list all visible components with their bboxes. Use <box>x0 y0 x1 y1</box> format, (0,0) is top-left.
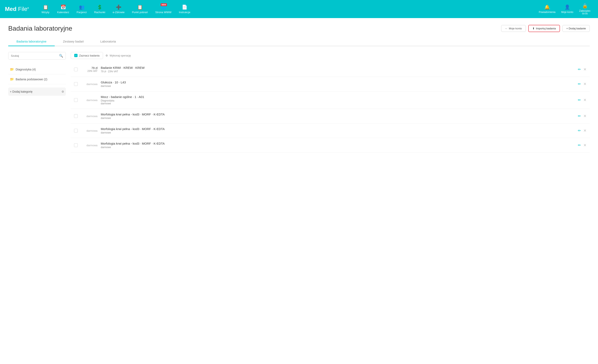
nav-ezdrowie[interactable]: ➕ e-Zdrowie <box>110 3 127 16</box>
nav-items: 📋 Wizyty 📅 Kalendarz 👥 Pacjenci 💲 Rachun… <box>38 3 536 16</box>
nav-rachunki-label: Rachunki <box>94 11 105 14</box>
zaznacz-label: Zaznacz badania <box>79 54 100 57</box>
item-price-6: darmowa <box>81 144 98 147</box>
nav-rachunki[interactable]: 💲 Rachunki <box>91 3 108 16</box>
price-main-1: 79 zł <box>81 66 98 70</box>
tabs: Badania laboratoryjne Zestawy badań Labo… <box>8 37 590 46</box>
item-checkbox-3[interactable] <box>74 98 78 102</box>
item-details-2: Glukoza · 10 · L43 darmowe <box>101 81 574 88</box>
page-title: Badania laboratoryjne <box>8 25 72 32</box>
item-sub-2: darmowe <box>101 85 574 88</box>
item-name-5: Morfologia krwi pełna - kod3 · MORF · K-… <box>101 127 574 131</box>
list-toolbar: ✓ Zaznacz badania ⚙ Wykonaj operację <box>71 52 590 59</box>
edit-icon-2[interactable]: ✏ <box>578 82 581 86</box>
powiadomienia-icon: 🔔 <box>544 5 550 10</box>
price-free-2: darmowa <box>81 83 98 86</box>
item-checkbox-6[interactable] <box>74 143 78 147</box>
item-price-5: darmowa <box>81 129 98 132</box>
edit-icon-3[interactable]: ✏ <box>578 98 581 102</box>
nav-kalendarz[interactable]: 📅 Kalendarz <box>54 3 72 16</box>
dodaj-badanie-button[interactable]: + Dodaj badanie <box>562 25 590 32</box>
delete-icon-5[interactable]: ✕ <box>583 128 587 133</box>
header-buttons: ← Moje konto ⬆ Importuj badania + Dodaj … <box>501 25 590 32</box>
category-podstawowe-label: Badania podstawowe (2) <box>16 78 47 81</box>
wykonaj-label: Wykonaj operację <box>110 54 131 57</box>
search-icon: 🔍 <box>59 54 63 58</box>
item-name-6: Morfologia krwi pełna - kod3 · MORF · K-… <box>101 142 574 145</box>
moje-konto-button[interactable]: ← Moje konto <box>501 25 526 32</box>
nav-zabezpiec[interactable]: 🔒 Zabezpiec 59:56 <box>577 2 593 16</box>
tab-laboratoria[interactable]: Laboratoria <box>92 37 124 46</box>
category-diagnostyka[interactable]: 📁 Diagnostyka (4) <box>8 65 66 74</box>
nav-right: 🔔 Powiadomienia 👤 Moje konto 🔒 Zabezpiec… <box>536 2 593 16</box>
item-actions-6: ✏ ✕ <box>578 143 587 147</box>
list-item: 79 zł 23% VAT Badanie KRWI · KREW · KREW… <box>71 62 590 77</box>
item-sub-5: darmowe <box>101 131 574 134</box>
edit-icon-4[interactable]: ✏ <box>578 114 581 118</box>
item-details-1: Badanie KRWI · KREW · KREW 79 zł · 23% V… <box>101 66 574 73</box>
category-diagnostyka-label: Diagnostyka (4) <box>16 68 36 71</box>
moje-konto-button-label: Moje konto <box>509 27 522 30</box>
zabezpiec-icon: 🔒 <box>582 3 588 9</box>
new-badge: NEW <box>161 3 167 6</box>
item-checkbox-1[interactable] <box>74 68 78 71</box>
wizyty-icon: 📋 <box>43 5 48 10</box>
item-sub-1: 79 zł · 23% VAT <box>101 70 574 73</box>
delete-icon-2[interactable]: ✕ <box>583 82 587 86</box>
tab-badania[interactable]: Badania laboratoryjne <box>8 37 55 46</box>
importuj-button-label: Importuj badania <box>536 27 556 30</box>
item-actions-4: ✏ ✕ <box>578 114 587 118</box>
pacjenci-icon: 👥 <box>79 5 84 10</box>
logo[interactable]: Med File® <box>5 6 32 12</box>
item-price-4: darmowa <box>81 115 98 118</box>
delete-icon-1[interactable]: ✕ <box>583 67 587 72</box>
nav-wizyty[interactable]: 📋 Wizyty <box>38 3 53 16</box>
add-category-button[interactable]: + Dodaj kategorię ⚙ <box>8 88 66 96</box>
category-podstawowe[interactable]: 📁 Badania podstawowe (2) <box>8 74 66 84</box>
nav-pacjenci[interactable]: 👥 Pacjenci <box>74 3 90 16</box>
edit-icon-1[interactable]: ✏ <box>578 67 581 72</box>
item-actions-3: ✏ ✕ <box>578 98 587 102</box>
importuj-badania-button[interactable]: ⬆ Importuj badania <box>528 25 560 32</box>
nav-zabezpiec-label: Zabezpiec <box>579 9 590 12</box>
item-checkbox-2[interactable] <box>74 82 78 86</box>
item-actions-5: ✏ ✕ <box>578 128 587 133</box>
item-actions-1: ✏ ✕ <box>578 67 587 72</box>
delete-icon-3[interactable]: ✕ <box>583 98 587 102</box>
item-name-4: Morfologia krwi pełna - kod3 · MORF · K-… <box>101 113 574 116</box>
wykonaj-operacje-button[interactable]: ⚙ Wykonaj operację <box>106 54 131 57</box>
body-layout: 🔍 📁 Diagnostyka (4) 📁 Badania podstawowe… <box>8 52 590 153</box>
search-box[interactable]: 🔍 <box>8 52 66 60</box>
main-content: Badania laboratoryjne ← Moje konto ⬆ Imp… <box>0 18 598 364</box>
delete-icon-6[interactable]: ✕ <box>583 143 587 147</box>
search-input[interactable] <box>11 54 59 57</box>
item-name-2: Glukoza · 10 · L43 <box>101 81 574 84</box>
zaznacz-badania-button[interactable]: ✓ Zaznacz badania <box>71 52 103 59</box>
nav-pacjenci-label: Pacjenci <box>77 11 87 14</box>
nav-moje-konto[interactable]: 👤 Moje konto <box>559 3 576 15</box>
nav-punkt-pobran[interactable]: 📋 Punkt pobrań <box>129 3 151 16</box>
nav-instrukcje[interactable]: 📄 Instrukcje <box>176 3 193 16</box>
gear-icon[interactable]: ⚙ <box>61 90 64 93</box>
checkbox-checked-icon: ✓ <box>74 54 77 57</box>
folder-icon: 📁 <box>10 67 14 71</box>
edit-icon-6[interactable]: ✏ <box>578 143 581 147</box>
item-checkbox-5[interactable] <box>74 129 78 132</box>
price-free-4: darmowa <box>81 115 98 118</box>
item-checkbox-4[interactable] <box>74 114 78 118</box>
tab-zestawy[interactable]: Zestawy badań <box>55 37 92 46</box>
instrukcje-icon: 📄 <box>182 5 187 10</box>
delete-icon-4[interactable]: ✕ <box>583 114 587 118</box>
edit-icon-5[interactable]: ✏ <box>578 128 581 133</box>
upload-icon: ⬆ <box>532 27 535 30</box>
list-area: ✓ Zaznacz badania ⚙ Wykonaj operację 79 … <box>71 52 590 153</box>
nav-instrukcje-label: Instrukcje <box>179 11 191 14</box>
sidebar: 🔍 📁 Diagnostyka (4) 📁 Badania podstawowe… <box>8 52 66 153</box>
list-item: darmowa Mocz - badanie ogólne · 1 · A01 … <box>71 91 590 109</box>
nav-powiadomienia[interactable]: 🔔 Powiadomienia <box>536 3 558 15</box>
nav-strona-www[interactable]: 🌐 NEW Strona WWW <box>152 3 174 16</box>
list-item: darmowa Morfologia krwi pełna - kod3 · M… <box>71 123 590 138</box>
nav-kalendarz-label: Kalendarz <box>57 11 69 14</box>
item-name-3: Mocz - badanie ogólne · 1 · A01 <box>101 95 574 99</box>
nav-moje-konto-label: Moje konto <box>561 11 573 14</box>
